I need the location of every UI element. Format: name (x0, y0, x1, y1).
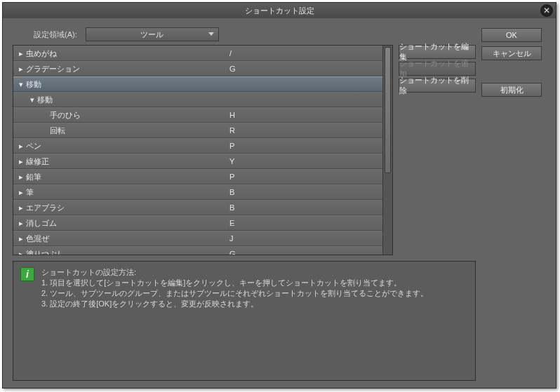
tree-row-label: 移動 (37, 95, 229, 105)
tree-row-shortcut: G (229, 250, 236, 255)
tree-row-shortcut: P (229, 173, 234, 181)
tree-row-shortcut: H (229, 111, 235, 119)
info-line3: 3. 設定の終了後[OK]をクリックすると、変更が反映されます。 (41, 299, 428, 309)
tree-row-shortcut: E (229, 219, 234, 227)
triangle-right-icon: ▸ (18, 173, 25, 182)
tree-row[interactable]: ▸エアブラシB (13, 200, 382, 215)
tree-row-shortcut: R (229, 126, 235, 135)
vertical-scrollbar[interactable] (382, 46, 392, 255)
tree-row[interactable]: ▸消しゴムE (13, 215, 382, 231)
triangle-right-icon: ▸ (18, 234, 25, 243)
triangle-right-icon: ▸ (18, 49, 25, 58)
tree-row-label: ペン (26, 141, 229, 151)
info-panel: i ショートカットの設定方法: 1. 項目を選択して[ショートカットを編集]をク… (13, 261, 476, 381)
tree-row-label: 移動 (26, 79, 229, 90)
tree-row[interactable]: ▸鉛筆P (13, 169, 382, 184)
initialize-button[interactable]: 初期化 (481, 83, 542, 97)
tree-row[interactable]: ▸線修正Y (13, 154, 382, 169)
triangle-down-icon: ▾ (29, 95, 36, 104)
tree-row-label: 線修正 (26, 156, 229, 167)
tree-row[interactable]: ▾移動 (13, 92, 382, 107)
tree-row-label: 回転 (50, 126, 229, 136)
tree-row[interactable]: ▸塗りつぶしG (13, 246, 382, 255)
titlebar: ショートカット設定 ✕ (3, 3, 556, 18)
edit-shortcut-button[interactable]: ショートカットを編集 (399, 45, 476, 59)
shortcut-settings-dialog: ショートカット設定 ✕ 設定領域(A): ツール ▸虫めがね/▸グラデーションG… (2, 2, 556, 388)
tree-row-shortcut: Y (229, 157, 234, 165)
triangle-right-icon: ▸ (18, 65, 25, 74)
ok-button[interactable]: OK (481, 28, 542, 42)
triangle-right-icon: ▸ (18, 142, 25, 151)
cancel-button[interactable]: キャンセル (481, 46, 542, 60)
tree-row[interactable]: ▸虫めがね/ (13, 46, 382, 61)
tree-row-label: 塗りつぶし (26, 249, 229, 255)
shortcut-tree: ▸虫めがね/▸グラデーションG▾移動▾移動手のひらH回転R▸ペンP▸線修正Y▸鉛… (13, 45, 393, 255)
info-text: ショートカットの設定方法: 1. 項目を選択して[ショートカットを編集]をクリッ… (41, 267, 428, 374)
info-icon: i (20, 267, 34, 281)
tree-row-label: 鉛筆 (26, 172, 229, 182)
tree-row-label: 手のひら (50, 110, 229, 121)
tree-row-label: 筆 (26, 187, 229, 198)
add-shortcut-button: ショートカットを追加 (399, 62, 476, 76)
tree-row-shortcut: B (229, 203, 234, 212)
settings-area-dropdown[interactable]: ツール (86, 27, 219, 41)
close-icon[interactable]: ✕ (540, 4, 553, 17)
tree-row[interactable]: ▾移動 (13, 76, 382, 92)
delete-shortcut-button[interactable]: ショートカットを削除 (399, 79, 476, 93)
tree-row[interactable]: ▸色混ぜJ (13, 231, 382, 246)
triangle-down-icon: ▾ (18, 80, 25, 89)
tree-row-shortcut: / (229, 49, 232, 58)
triangle-right-icon: ▸ (18, 157, 25, 166)
dialog-title: ショートカット設定 (245, 6, 314, 16)
info-heading: ショートカットの設定方法: (41, 267, 428, 278)
info-line1: 1. 項目を選択して[ショートカットを編集]をクリックし、キーを押してショートカ… (41, 278, 428, 288)
tree-row-shortcut: P (229, 142, 234, 150)
triangle-right-icon: ▸ (18, 219, 25, 228)
triangle-right-icon: ▸ (18, 250, 25, 255)
triangle-right-icon: ▸ (18, 203, 25, 212)
tree-row[interactable]: ▸筆B (13, 184, 382, 200)
settings-area-label: 設定領域(A): (34, 29, 77, 40)
tree-row-label: 色混ぜ (26, 234, 229, 244)
tree-row[interactable]: ▸ペンP (13, 138, 382, 154)
tree-row-shortcut: J (229, 234, 234, 243)
triangle-right-icon: ▸ (18, 188, 25, 197)
scrollbar-thumb[interactable] (385, 47, 391, 173)
tree-row-label: エアブラシ (26, 203, 229, 213)
tree-row-label: 虫めがね (26, 48, 229, 59)
tree-row[interactable]: ▸グラデーションG (13, 61, 382, 76)
tree-row-label: グラデーション (26, 64, 229, 74)
tree-row-shortcut: G (229, 65, 236, 73)
info-line2: 2. ツール、サブツールのグループ、またはサブツールにそれぞれショートカットを割… (41, 288, 428, 299)
tree-row[interactable]: 手のひらH (13, 107, 382, 123)
tree-row-shortcut: B (229, 188, 234, 196)
chevron-down-icon (208, 32, 214, 36)
tree-row[interactable]: 回転R (13, 123, 382, 138)
settings-area-value: ツール (140, 29, 164, 40)
tree-row-label: 消しゴム (26, 218, 229, 229)
